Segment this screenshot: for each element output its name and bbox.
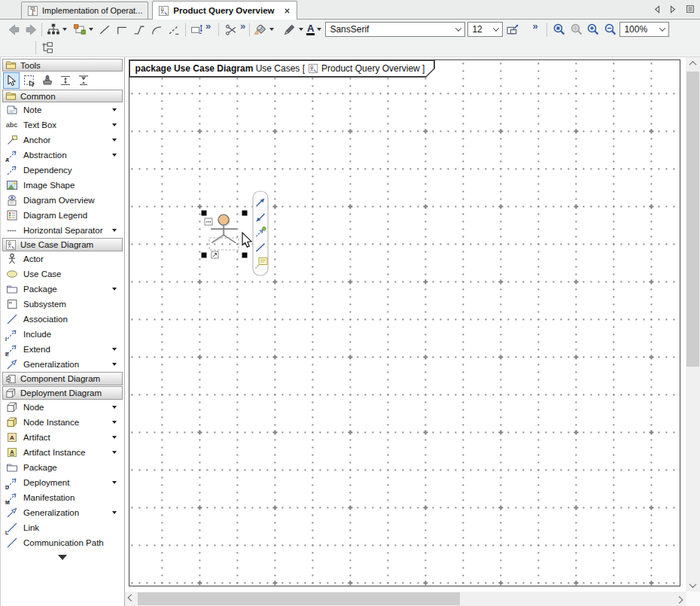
line-style-dashed-button[interactable] (167, 21, 181, 38)
palette-item-node-instance[interactable]: Node Instance (2, 415, 123, 430)
tab-list-icon[interactable] (685, 4, 695, 14)
palette-item-link[interactable]: L Link (2, 520, 123, 535)
line-style-corner-button[interactable] (115, 21, 129, 38)
palette-section-use-case-diagram[interactable]: Use Case Diagram (2, 238, 123, 251)
line-style-oblique-button[interactable] (132, 21, 146, 38)
palette-item-text-box[interactable]: abc Text Box (2, 117, 123, 132)
palette-item-package[interactable]: Package (2, 282, 123, 297)
containment-button[interactable] (41, 40, 53, 56)
dropdown-arrow-icon[interactable] (112, 123, 117, 126)
dropdown-arrow-icon[interactable] (112, 139, 117, 142)
tab-implementation-of-operations[interactable]: Implementation of Operat... (21, 2, 148, 19)
palette-item-dependency[interactable]: Dependency (2, 163, 123, 178)
palette-item-generalization-deployment[interactable]: Generalization (2, 505, 123, 520)
dropdown-arrow-icon[interactable] (317, 28, 321, 31)
font-name-combo[interactable]: SansSerif (325, 22, 465, 37)
tab-product-query-overview[interactable]: Product Query Overview (152, 1, 297, 20)
selection-tool-button[interactable] (3, 72, 20, 89)
palette-item-manifestation[interactable]: M Manifestation (2, 490, 123, 505)
palette-item-package-deployment[interactable]: Package (2, 460, 123, 475)
combo-dropdown[interactable] (656, 23, 668, 36)
more-buttons-icon[interactable]: » (205, 20, 215, 32)
palette-item-artifact-instance[interactable]: Artifact Instance (2, 445, 123, 460)
palette-item-use-case[interactable]: Use Case (2, 266, 123, 282)
palette-section-component-diagram[interactable]: Component Diagram (2, 372, 123, 385)
zoom-in-button[interactable] (586, 21, 600, 38)
fit-in-window-button[interactable] (570, 21, 583, 38)
horizontal-scrollbar-thumb[interactable] (138, 592, 460, 605)
palette-item-include[interactable]: I Include (2, 327, 123, 342)
scroll-up-button[interactable] (686, 57, 700, 70)
reset-shape-button[interactable] (190, 21, 204, 38)
dropdown-arrow-icon[interactable] (112, 348, 117, 351)
palette-item-node[interactable]: Node (2, 400, 123, 415)
palette-item-deployment[interactable]: D Deployment (2, 475, 123, 490)
palette-item-extend[interactable]: E Extend (2, 342, 123, 357)
zoom-level-combo[interactable]: 100% (619, 22, 669, 37)
back-button[interactable] (8, 21, 20, 38)
cut-button[interactable] (224, 21, 239, 38)
dropdown-arrow-icon[interactable] (112, 229, 117, 232)
palette-item-abstraction[interactable]: A Abstraction (2, 148, 123, 163)
dropdown-arrow-icon[interactable] (112, 511, 117, 514)
zoom-region-button[interactable] (552, 21, 566, 38)
related-elements-button[interactable] (73, 21, 93, 38)
diagram-canvas[interactable]: package Use Case Diagram Use Cases [Prod… (125, 57, 686, 592)
dropdown-arrow-icon[interactable] (112, 154, 117, 157)
combo-dropdown[interactable] (490, 23, 501, 36)
fit-height-button[interactable] (75, 72, 92, 89)
scroll-tabs-left-icon[interactable] (653, 5, 662, 14)
palette-section-tools[interactable]: Tools (2, 59, 123, 72)
palette-scroll-down-icon[interactable] (58, 555, 67, 560)
fill-color-button[interactable] (253, 21, 274, 38)
copy-format-button[interactable] (506, 21, 520, 38)
forward-button[interactable] (25, 21, 38, 38)
more-buttons-icon[interactable]: » (532, 20, 541, 32)
combo-dropdown[interactable] (452, 23, 464, 36)
horizontal-scrollbar[interactable] (125, 592, 686, 606)
dropdown-arrow-icon[interactable] (89, 28, 93, 31)
dropdown-arrow-icon[interactable] (112, 288, 117, 291)
sticky-tool-button[interactable] (39, 72, 56, 89)
dropdown-arrow-icon[interactable] (112, 421, 117, 424)
dropdown-arrow-icon[interactable] (112, 406, 117, 409)
palette-item-note[interactable]: Note (2, 102, 123, 117)
dropdown-arrow-icon[interactable] (269, 28, 274, 31)
more-buttons-icon[interactable]: » (240, 20, 249, 32)
line-style-curve-button[interactable] (150, 21, 163, 38)
palette-item-horizontal-separator[interactable]: ---- Horizontal Separator (2, 223, 123, 238)
palette-section-common[interactable]: Common (2, 90, 123, 102)
line-color-button[interactable] (283, 21, 303, 38)
selected-actor-shape[interactable] (185, 185, 275, 283)
scroll-left-button[interactable] (125, 592, 138, 606)
dropdown-arrow-icon[interactable] (299, 28, 303, 31)
palette-item-actor[interactable]: Actor (2, 251, 123, 266)
line-style-rectilinear-button[interactable] (98, 21, 111, 38)
scroll-right-button[interactable] (673, 592, 686, 606)
palette-item-image-shape[interactable]: Image Shape (2, 178, 123, 193)
palette-section-deployment-diagram[interactable]: Deployment Diagram (2, 386, 123, 400)
class-hierarchy-button[interactable] (47, 21, 67, 38)
font-color-button[interactable]: A (306, 21, 321, 38)
scroll-tabs-right-icon[interactable] (668, 5, 677, 14)
palette-item-generalization[interactable]: Generalization (2, 357, 123, 372)
scroll-down-button[interactable] (686, 579, 700, 592)
dropdown-arrow-icon[interactable] (62, 28, 67, 31)
center-diagram-button[interactable] (57, 72, 74, 89)
dropdown-arrow-icon[interactable] (112, 481, 117, 484)
palette-item-communication-path[interactable]: Communication Path (2, 535, 123, 550)
vertical-scrollbar[interactable] (686, 57, 700, 592)
palette-item-anchor[interactable]: Anchor (2, 132, 123, 148)
dropdown-arrow-icon[interactable] (112, 451, 117, 454)
vertical-scrollbar-thumb[interactable] (686, 72, 699, 367)
palette-item-diagram-overview[interactable]: Diagram Overview (2, 193, 123, 208)
close-tab-icon[interactable] (283, 7, 291, 15)
dropdown-arrow-icon[interactable] (112, 436, 117, 439)
font-size-combo[interactable]: 12 (467, 22, 503, 37)
palette-item-subsystem[interactable]: Subsystem (2, 297, 123, 312)
palette-item-diagram-legend[interactable]: Diagram Legend (2, 208, 123, 223)
dropdown-arrow-icon[interactable] (112, 108, 117, 111)
marquee-tool-button[interactable] (21, 72, 38, 89)
dropdown-arrow-icon[interactable] (112, 363, 117, 366)
zoom-out-button[interactable] (604, 21, 617, 38)
